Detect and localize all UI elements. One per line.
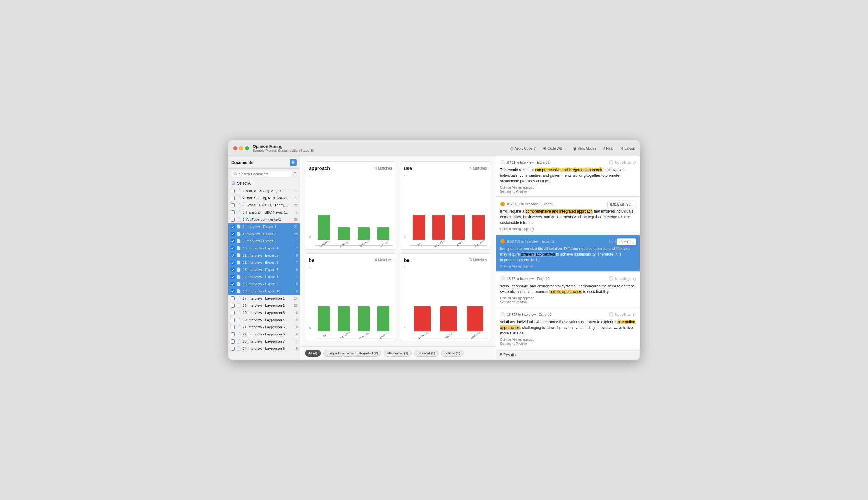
doc-item[interactable]: 📄 23 Interview - Layperson 7 7	[228, 338, 300, 345]
result-info-button[interactable]: ⓘ	[609, 312, 613, 317]
doc-file-icon: 📄	[236, 296, 241, 300]
bar-group: also	[410, 215, 428, 245]
view-modes-button[interactable]: ◉ View Modes	[573, 146, 596, 151]
doc-checkbox[interactable]	[231, 296, 235, 300]
search-input[interactable]	[239, 172, 290, 176]
result-inner: 📄 15 ¶5 in Interview - Expert 9 ⓘ No cod…	[500, 276, 636, 304]
result-bookmark-button[interactable]: ◇	[633, 276, 636, 281]
doc-checkbox[interactable]	[231, 239, 235, 243]
filter-chip[interactable]: comprehensive and integrated (2)	[323, 350, 381, 356]
doc-checkbox[interactable]	[231, 340, 235, 343]
doc-checkbox[interactable]	[231, 332, 235, 336]
doc-item[interactable]: 📄 6 YouTube comments#1 36	[228, 216, 300, 223]
doc-name: 3 Evans, D. (2011). Thrifty,...	[243, 203, 292, 207]
sidebar-filter-button[interactable]: ⊕	[290, 159, 296, 166]
doc-item[interactable]: 📄 21 Interview - Layperson 5 8	[228, 323, 300, 331]
doc-name: 13 Interview - Expert 7	[243, 268, 294, 272]
doc-checkbox[interactable]	[231, 261, 235, 265]
doc-item[interactable]: 📄 15 Interview - Expert 9 8	[228, 281, 300, 288]
doc-checkbox[interactable]	[231, 246, 235, 250]
doc-checkbox[interactable]	[231, 211, 235, 215]
doc-item[interactable]: 📄 5 Transcript - BBC News. (... 1	[228, 209, 300, 216]
bar-group: respons...	[430, 215, 448, 245]
main-layout: Documents ⊕ 🔍 ⇅ ☑ Select All 📄 1 Barr, S…	[228, 157, 640, 360]
code-tags: Opinion Mining: approac	[500, 265, 636, 268]
doc-checkbox[interactable]	[231, 311, 235, 315]
bar-container	[315, 215, 333, 240]
chart-header: use 4 Matches	[404, 166, 487, 171]
doc-checkbox[interactable]	[231, 282, 235, 286]
apply-codes-button[interactable]: ◇ Apply Code(s)	[510, 146, 537, 151]
close-button[interactable]	[233, 146, 237, 150]
select-all-row[interactable]: ☑ Select All	[228, 179, 300, 188]
doc-item[interactable]: 📄 1 Barr, S., & Gilg, A. (200... 77	[228, 188, 300, 194]
doc-checkbox[interactable]	[231, 232, 235, 236]
help-button[interactable]: ? Help	[603, 146, 613, 151]
doc-checkbox[interactable]	[231, 203, 235, 207]
filter-chip[interactable]: different (1)	[414, 350, 438, 356]
result-info-button[interactable]: ⓘ	[609, 160, 613, 165]
doc-file-icon: 📄	[236, 231, 241, 236]
doc-checkbox[interactable]	[231, 346, 235, 351]
bar-label: when	[456, 240, 463, 247]
filter-chip[interactable]: alternative (1)	[384, 350, 412, 356]
minimize-button[interactable]	[239, 146, 243, 150]
doc-item[interactable]: 📄 8 Interview - Expert 2 25	[228, 230, 300, 238]
doc-checkbox[interactable]	[231, 275, 235, 279]
result-info-button[interactable]: ⓘ	[609, 238, 613, 244]
doc-item[interactable]: 📄 18 Interview - Layperson 2 20	[228, 302, 300, 309]
doc-item[interactable]: 📄 24 Interview - Layperson 8 5	[228, 345, 300, 352]
result-ref: 15 ¶5 in Interview - Expert 9	[507, 277, 607, 281]
doc-name: 24 Interview - Layperson 8	[243, 346, 294, 350]
doc-checkbox[interactable]	[231, 196, 235, 200]
filter-chip[interactable]: holistic (1)	[441, 350, 464, 356]
doc-checkbox[interactable]	[231, 318, 235, 322]
doc-count: 7	[296, 275, 298, 279]
doc-checkbox[interactable]	[231, 253, 235, 258]
doc-checkbox[interactable]	[231, 189, 235, 193]
bar	[472, 215, 485, 240]
chart-card: be 3 Matches 1 0 as simple mor	[400, 253, 492, 342]
doc-count: 77	[294, 189, 298, 193]
doc-item[interactable]: 📄 2 Barr, S., Gilg, A., & Shaw... 71	[228, 194, 300, 202]
doc-item[interactable]: 📄 13 Interview - Expert 7 6	[228, 266, 300, 273]
bar-container	[437, 306, 461, 331]
doc-item[interactable]: 📄 22 Interview - Layperson 6 6	[228, 331, 300, 338]
result-bookmark-button[interactable]: ◇	[633, 160, 636, 165]
sort-button[interactable]: ⇅	[294, 171, 297, 176]
no-coding-label: No codings	[615, 313, 631, 316]
bar	[358, 306, 370, 331]
doc-checkbox[interactable]	[231, 225, 235, 229]
doc-item[interactable]: 📄 19 Interview - Layperson 3 6	[228, 309, 300, 316]
doc-item[interactable]: 📄 12 Interview - Expert 6 7	[228, 259, 300, 266]
doc-checkbox[interactable]	[231, 325, 235, 329]
result-bookmark-button[interactable]: ◇	[633, 312, 636, 317]
doc-checkbox[interactable]	[231, 289, 235, 293]
bar-group: more wi...	[355, 306, 372, 337]
titlebar: Opinion Mining Sample Project: Sustainab…	[228, 140, 640, 157]
bar-label: alternat...	[339, 239, 350, 248]
layout-button[interactable]: ⊡ Layout	[620, 146, 635, 151]
doc-checkbox[interactable]	[231, 268, 235, 272]
doc-checkbox[interactable]	[231, 218, 235, 221]
doc-item[interactable]: 📄 11 Interview - Expert 5 9	[228, 252, 300, 259]
code-with-button[interactable]: ⊞ Code With...	[542, 146, 566, 151]
bar-container	[335, 306, 353, 331]
result-header: 📄 15 ¶5 in Interview - Expert 9 ⓘ No cod…	[500, 276, 636, 282]
doc-item[interactable]: 📄 9 Interview - Expert 3 7	[228, 238, 300, 245]
bar	[452, 215, 464, 240]
doc-checkbox[interactable]	[231, 304, 235, 308]
chart-body-wrapper: 1 0 as simple more di...	[404, 266, 487, 338]
doc-item[interactable]: 📄 20 Interview - Layperson 4 9	[228, 316, 300, 323]
doc-item[interactable]: 📄 7 Interview - Expert 1 21	[228, 223, 300, 230]
doc-item[interactable]: 📄 16 Interview - Expert 10 6	[228, 288, 300, 295]
doc-item[interactable]: 📄 17 Interview - Layperson 1 14	[228, 295, 300, 302]
y-axis: 1 0	[404, 266, 406, 330]
filter-chip[interactable]: All (4)	[305, 350, 321, 356]
doc-item[interactable]: 📄 10 Interview - Expert 4 7	[228, 245, 300, 252]
maximize-button[interactable]	[245, 146, 249, 150]
doc-item[interactable]: 📄 3 Evans, D. (2011). Thrifty,... 89	[228, 202, 300, 209]
doc-item[interactable]: 📄 14 Interview - Expert 8 7	[228, 273, 300, 281]
result-info-button[interactable]: ⓘ	[609, 276, 613, 282]
doc-name: 5 Transcript - BBC News. (...	[243, 211, 294, 214]
